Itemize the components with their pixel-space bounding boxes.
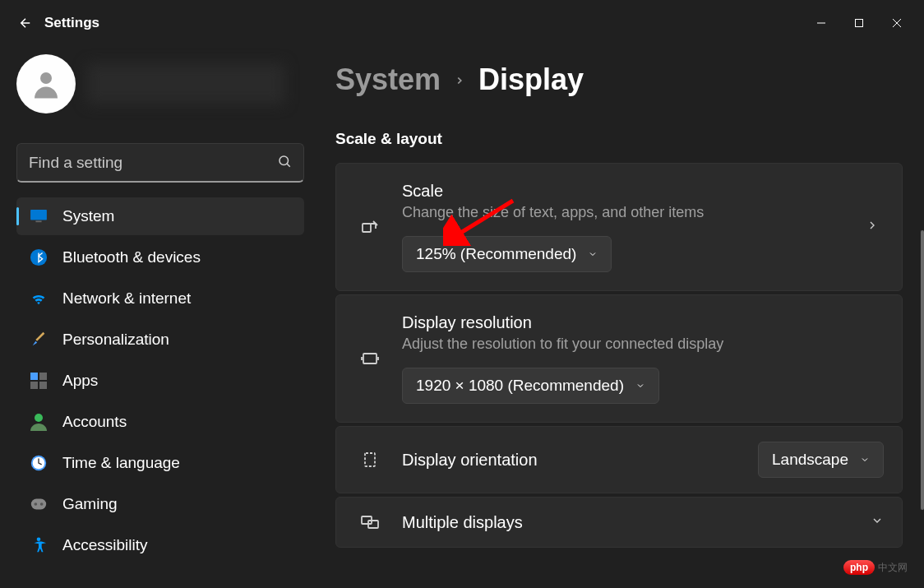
dropdown-value: 1920 × 1080 (Recommended) [416, 377, 624, 395]
svg-rect-8 [35, 220, 41, 222]
maximize-button[interactable] [840, 8, 878, 38]
sidebar: System Bluetooth & devices Network & int… [0, 46, 312, 588]
card-title: Display resolution [402, 313, 879, 332]
svg-point-5 [280, 156, 289, 165]
clock-icon [30, 454, 48, 472]
nav-label: System [62, 207, 114, 225]
nav-label: Accessibility [62, 536, 147, 554]
card-title: Multiple displays [402, 513, 849, 532]
search-box[interactable] [16, 143, 304, 183]
chevron-down-icon [860, 451, 870, 469]
watermark-text: 中文网 [878, 561, 908, 575]
avatar [16, 54, 76, 113]
resolution-icon [359, 349, 381, 368]
scale-dropdown[interactable]: 125% (Recommended) [402, 236, 612, 272]
chevron-right-icon [866, 219, 879, 235]
watermark: php 中文网 [843, 560, 908, 575]
orientation-card[interactable]: Display orientation Landscape [335, 426, 903, 493]
multiple-displays-card[interactable]: Multiple displays [335, 497, 903, 548]
nav-item-gaming[interactable]: Gaming [16, 485, 304, 523]
game-icon [30, 495, 48, 513]
dropdown-value: 125% (Recommended) [416, 245, 576, 263]
search-icon [277, 154, 292, 172]
chevron-right-icon [454, 68, 465, 91]
close-button[interactable] [878, 8, 916, 38]
nav-list: System Bluetooth & devices Network & int… [16, 197, 304, 564]
settings-cards: Scale Change the size of text, apps, and… [335, 163, 903, 548]
chevron-down-icon [588, 245, 598, 263]
nav-item-apps[interactable]: Apps [16, 362, 304, 400]
nav-label: Time & language [62, 454, 180, 472]
svg-rect-13 [39, 382, 47, 389]
watermark-badge: php [843, 560, 875, 575]
breadcrumb-current: Display [478, 63, 584, 97]
back-button[interactable] [8, 6, 43, 40]
nav-label: Apps [62, 372, 98, 390]
person-icon [30, 413, 48, 431]
nav-item-bluetooth[interactable]: Bluetooth & devices [16, 238, 304, 276]
svg-rect-17 [31, 499, 46, 510]
chevron-down-icon [635, 377, 645, 395]
dropdown-value: Landscape [772, 451, 848, 469]
svg-rect-7 [30, 210, 47, 220]
card-title: Display orientation [402, 451, 737, 470]
card-desc: Change the size of text, apps, and other… [402, 204, 844, 221]
chevron-down-icon [871, 514, 884, 530]
svg-rect-24 [365, 453, 375, 466]
nav-label: Personalization [62, 331, 169, 349]
nav-label: Accounts [62, 413, 127, 431]
content-area: System Display Scale & layout Scale Chan… [312, 46, 924, 588]
nav-item-system[interactable]: System [16, 197, 304, 235]
minimize-button[interactable] [802, 8, 840, 38]
search-input[interactable] [29, 154, 277, 172]
wifi-icon [30, 289, 48, 308]
nav-item-accounts[interactable]: Accounts [16, 403, 304, 441]
section-title: Scale & layout [335, 130, 903, 148]
svg-point-19 [40, 502, 44, 506]
bluetooth-icon [30, 248, 48, 266]
accessibility-icon [30, 536, 48, 554]
svg-point-4 [40, 72, 52, 84]
profile-name-blurred [87, 63, 284, 104]
svg-point-20 [37, 537, 41, 541]
scale-card[interactable]: Scale Change the size of text, apps, and… [335, 163, 903, 291]
nav-label: Bluetooth & devices [62, 248, 201, 266]
breadcrumb-parent[interactable]: System [335, 63, 441, 97]
svg-rect-1 [856, 20, 863, 27]
orientation-dropdown[interactable]: Landscape [758, 442, 884, 478]
resolution-card[interactable]: Display resolution Adjust the resolution… [335, 294, 903, 423]
nav-item-accessibility[interactable]: Accessibility [16, 526, 304, 564]
card-title: Scale [402, 182, 844, 201]
profile-section[interactable] [16, 46, 304, 128]
card-desc: Adjust the resolution to fit your connec… [402, 336, 879, 353]
svg-rect-23 [363, 354, 377, 363]
breadcrumb: System Display [335, 63, 903, 97]
apps-icon [30, 372, 48, 390]
svg-line-6 [287, 164, 290, 167]
nav-item-network[interactable]: Network & internet [16, 280, 304, 317]
scale-icon [359, 217, 381, 237]
brush-icon [30, 331, 48, 349]
resolution-dropdown[interactable]: 1920 × 1080 (Recommended) [402, 368, 659, 404]
nav-label: Gaming [62, 495, 118, 513]
svg-rect-12 [30, 382, 38, 389]
nav-label: Network & internet [62, 289, 191, 308]
svg-rect-10 [30, 373, 38, 380]
nav-item-personalization[interactable]: Personalization [16, 321, 304, 359]
multiple-displays-icon [359, 512, 381, 532]
nav-item-time-language[interactable]: Time & language [16, 444, 304, 482]
svg-rect-22 [363, 224, 371, 232]
monitor-icon [30, 207, 48, 225]
orientation-icon [359, 450, 381, 470]
svg-point-18 [35, 502, 38, 506]
svg-rect-11 [39, 373, 47, 380]
titlebar: Settings [0, 0, 924, 46]
app-title: Settings [44, 15, 99, 31]
scrollbar[interactable] [921, 230, 924, 510]
svg-point-14 [35, 414, 43, 422]
window-controls [802, 8, 916, 38]
